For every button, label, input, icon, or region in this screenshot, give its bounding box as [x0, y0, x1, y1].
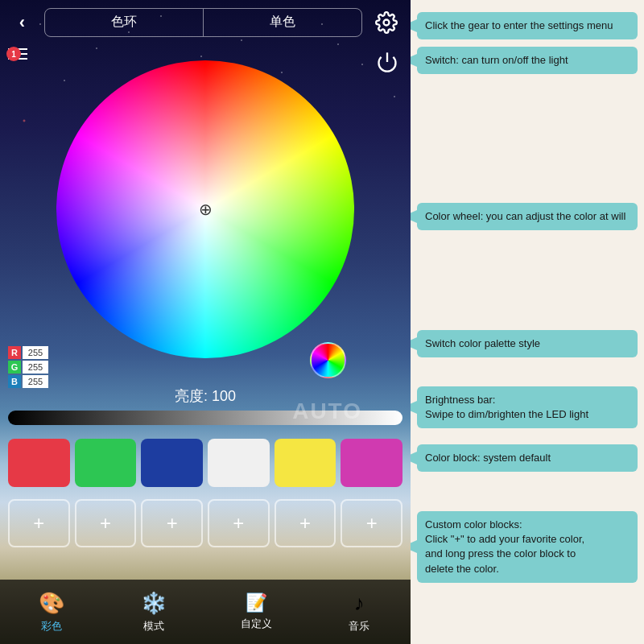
custom-icon: 📝: [246, 592, 267, 613]
nav-label-music: 音乐: [349, 619, 369, 634]
annotation-box-brightness: Brightness bar:Swipe to dim/brighten the…: [417, 386, 638, 428]
annotation-colorwheel: Color wheel: you can adjust the color at…: [417, 203, 638, 230]
annotation-arrow-gear: [411, 19, 417, 32]
crosshair: ⊕: [196, 200, 215, 219]
annotation-arrow-brightness: [411, 401, 417, 414]
annotation-gear: Click the gear to enter the settings men…: [417, 12, 638, 39]
svg-point-0: [384, 19, 390, 25]
nav-label-custom: 自定义: [241, 617, 272, 631]
color-wheel-container: ⊕: [56, 60, 354, 358]
auto-watermark: AUTO: [292, 398, 362, 424]
power-button[interactable]: [372, 47, 402, 77]
annotation-arrow-colorblock: [411, 452, 417, 464]
g-label: G: [8, 361, 21, 374]
r-label: R: [8, 346, 21, 359]
custom-block-4[interactable]: +: [208, 499, 270, 547]
nav-item-color[interactable]: 🎨 彩色: [0, 580, 103, 644]
annotation-arrow-power: [411, 54, 417, 67]
annotation-custom: Custom color blocks:Click "+" to add you…: [417, 511, 638, 583]
custom-annotation-text: Custom color blocks:Click "+" to add you…: [425, 518, 584, 575]
annotation-box-colorwheel: Color wheel: you can adjust the color at…: [417, 203, 638, 230]
r-value: 255: [23, 346, 48, 359]
rgb-r-row: R 255: [8, 346, 48, 359]
top-bar: ‹ 色环 单色: [0, 0, 411, 44]
color-wheel[interactable]: ⊕: [56, 60, 354, 358]
annotation-arrow-palette: [411, 337, 417, 350]
color-block-green[interactable]: [75, 439, 137, 487]
mode-icon: ❄️: [141, 591, 167, 616]
annotation-box-colorblock: Color block: system default: [417, 444, 638, 472]
annotation-brightness: Brightness bar:Swipe to dim/brighten the…: [417, 386, 638, 428]
annotation-panel: Click the gear to enter the settings men…: [411, 0, 644, 644]
color-blocks-row: [4, 439, 407, 487]
annotation-arrow-custom: [411, 540, 417, 553]
brightness-label: 亮度: 100: [175, 386, 236, 406]
back-icon: ‹: [19, 12, 25, 33]
annotation-power: Switch: can turn on/off the light: [417, 47, 638, 74]
annotation-colorblock: Color block: system default: [417, 444, 638, 472]
color-block-magenta[interactable]: [341, 439, 402, 487]
annotation-box-palette: Switch color palette style: [417, 330, 638, 357]
nav-item-mode[interactable]: ❄️ 模式: [103, 580, 206, 644]
bottom-nav: 🎨 彩色 ❄️ 模式 📝 自定义 ♪ 音乐: [0, 580, 411, 644]
nav-label-mode: 模式: [143, 619, 164, 634]
annotation-arrow-colorwheel: [411, 210, 417, 223]
music-icon: ♪: [354, 591, 365, 616]
b-value: 255: [23, 375, 48, 388]
custom-block-6[interactable]: +: [341, 499, 402, 547]
rgb-b-row: B 255: [8, 375, 48, 388]
rgb-values: R 255 G 255 B 255: [8, 346, 48, 388]
color-block-red[interactable]: [8, 439, 70, 487]
tab-container: 色环 单色: [44, 8, 362, 37]
gear-icon: [375, 11, 398, 34]
annotation-box-custom: Custom color blocks:Click "+" to add you…: [417, 511, 638, 583]
b-label: B: [8, 375, 21, 388]
rgb-g-row: G 255: [8, 361, 48, 374]
tab-single-color[interactable]: 单色: [204, 9, 361, 36]
color-block-white[interactable]: [208, 439, 270, 487]
nav-item-music[interactable]: ♪ 音乐: [308, 580, 411, 644]
gear-button[interactable]: [370, 6, 402, 39]
custom-blocks-row: + + + + + +: [4, 499, 407, 547]
custom-block-3[interactable]: +: [141, 499, 203, 547]
notification-badge: 1: [6, 47, 21, 61]
palette-switch-button[interactable]: [310, 342, 346, 378]
back-button[interactable]: ‹: [8, 8, 36, 36]
color-icon: 🎨: [39, 591, 64, 616]
color-block-yellow[interactable]: [275, 439, 336, 487]
phone-panel: ‹ 色环 单色 1: [0, 0, 411, 644]
nav-label-color: 彩色: [41, 619, 62, 634]
custom-block-2[interactable]: +: [75, 499, 137, 547]
custom-block-1[interactable]: +: [8, 499, 70, 547]
annotation-box-power: Switch: can turn on/off the light: [417, 47, 638, 74]
power-icon: [376, 51, 398, 73]
annotation-box-gear: Click the gear to enter the settings men…: [417, 12, 638, 39]
tab-color-wheel[interactable]: 色环: [45, 9, 203, 36]
custom-block-5[interactable]: +: [275, 499, 336, 547]
nav-item-custom[interactable]: 📝 自定义: [205, 580, 308, 644]
annotation-palette: Switch color palette style: [417, 330, 638, 357]
g-value: 255: [23, 361, 48, 374]
brightness-annotation-text: Brightness bar:Swipe to dim/brighten the…: [425, 394, 588, 420]
color-block-blue[interactable]: [141, 439, 203, 487]
